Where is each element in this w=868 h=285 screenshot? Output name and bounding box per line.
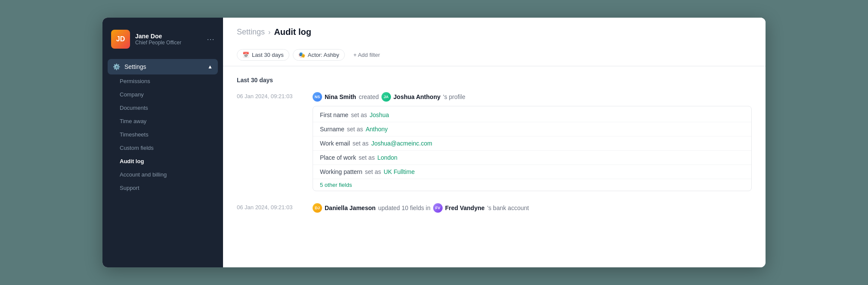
sidebar-item-permissions[interactable]: Permissions [115,74,218,88]
field-action: set as [359,154,375,161]
field-row: First name set as Joshua [313,108,751,122]
sidebar-item-company[interactable]: Company [115,88,218,101]
field-name: Place of work [320,154,356,161]
sidebar-item-account-billing[interactable]: Account and billing [115,168,218,181]
target-name: Fred Vandyne [445,204,485,211]
add-filter-button[interactable]: + Add filter [348,50,385,60]
field-name: Surname [320,126,344,133]
breadcrumb-current: Audit log [274,27,311,37]
sidebar-item-audit-log[interactable]: Audit log [115,155,218,168]
log-entry: 06 Jan 2024, 09:21:03 NS Nina Smith crea… [237,92,752,191]
breadcrumb: Settings › Audit log [237,27,752,37]
main-content: Settings › Audit log 📅 Last 30 days 🎭 Ac… [223,18,766,267]
field-action: set as [351,112,367,118]
field-name: Work email [320,140,350,147]
field-name: First name [320,112,348,118]
filter-bar: 📅 Last 30 days 🎭 Actor: Ashby + Add filt… [237,44,752,66]
user-info: Jane Doe Chief People Officer [135,33,202,46]
log-content: Last 30 days 06 Jan 2024, 09:21:03 NS Ni… [223,66,766,267]
log-timestamp: 06 Jan 2024, 09:21:03 [237,92,306,99]
target-avatar: JA [381,92,391,102]
target-avatar: FV [433,203,443,213]
log-body: DJ Daniella Jameson updated 10 fields in… [313,203,752,217]
app-window: JD Jane Doe Chief People Officer ⋯ ⚙️ Se… [102,18,766,267]
sidebar-item-documents[interactable]: Documents [115,101,218,115]
subnav: Permissions Company Documents Time away … [108,74,218,195]
field-action: set as [365,168,381,175]
log-entry: 06 Jan 2024, 09:21:03 DJ Daniella Jameso… [237,203,752,217]
field-value: UK Fulltime [384,168,415,175]
field-value: Anthony [366,126,388,133]
log-summary: DJ Daniella Jameson updated 10 fields in… [313,203,752,213]
nav-item-settings[interactable]: ⚙️ Settings ▲ [108,59,218,74]
log-timestamp: 06 Jan 2024, 09:21:03 [237,203,306,211]
filter-actor[interactable]: 🎭 Actor: Ashby [293,49,345,61]
chevron-up-icon: ▲ [208,64,213,70]
field-action: set as [353,140,369,147]
filter-actor-label: Actor: Ashby [308,52,339,58]
nav-settings-label: Settings [124,63,146,70]
user-name: Jane Doe [135,33,202,40]
sidebar-item-time-away[interactable]: Time away [115,115,218,128]
field-row: Surname set as Anthony [313,122,751,136]
filter-date-label: Last 30 days [252,52,284,58]
gear-icon: ⚙️ [113,63,120,70]
breadcrumb-arrow-icon: › [268,28,270,36]
avatar: JD [111,30,130,49]
field-row: Working pattern set as UK Fulltime [313,165,751,179]
top-header: Settings › Audit log 📅 Last 30 days 🎭 Ac… [223,18,766,66]
field-value: London [377,154,397,161]
filter-date-range[interactable]: 📅 Last 30 days [237,49,289,61]
more-fields-link[interactable]: 5 other fields [313,179,751,189]
user-section: JD Jane Doe Chief People Officer ⋯ [102,25,223,57]
field-row: Place of work set as London [313,151,751,165]
sidebar-item-support[interactable]: Support [115,181,218,195]
sidebar: JD Jane Doe Chief People Officer ⋯ ⚙️ Se… [102,18,223,267]
field-value: Joshua [369,112,389,118]
context-text: 's profile [443,93,465,100]
field-value: Joshua@acmeinc.com [371,140,432,147]
actor-avatar: DJ [313,203,322,213]
sidebar-item-timesheets[interactable]: Timesheets [115,128,218,141]
actor-avatar: NS [313,92,322,102]
sidebar-item-custom-fields[interactable]: Custom fields [115,141,218,155]
more-options-icon[interactable]: ⋯ [207,34,214,44]
context-text: 's bank account [487,204,529,211]
period-label: Last 30 days [237,77,752,84]
breadcrumb-parent[interactable]: Settings [237,28,265,37]
field-name: Working pattern [320,168,363,175]
actor-icon: 🎭 [298,52,305,58]
log-body: NS Nina Smith created JA Joshua Anthony … [313,92,752,191]
fields-card: First name set as Joshua Surname set as … [313,106,752,191]
log-summary: NS Nina Smith created JA Joshua Anthony … [313,92,752,102]
actor-name: Daniella Jameson [325,204,375,211]
field-row: Work email set as Joshua@acmeinc.com [313,136,751,151]
field-action: set as [347,126,363,133]
calendar-icon: 📅 [242,52,249,58]
nav-section: ⚙️ Settings ▲ Permissions Company Docume… [102,57,223,196]
action-text: created [359,93,379,100]
add-filter-label: + Add filter [353,52,380,58]
actor-name: Nina Smith [325,93,356,100]
action-text: updated 10 fields in [378,204,430,211]
target-name: Joshua Anthony [394,93,440,100]
user-title: Chief People Officer [135,40,202,46]
